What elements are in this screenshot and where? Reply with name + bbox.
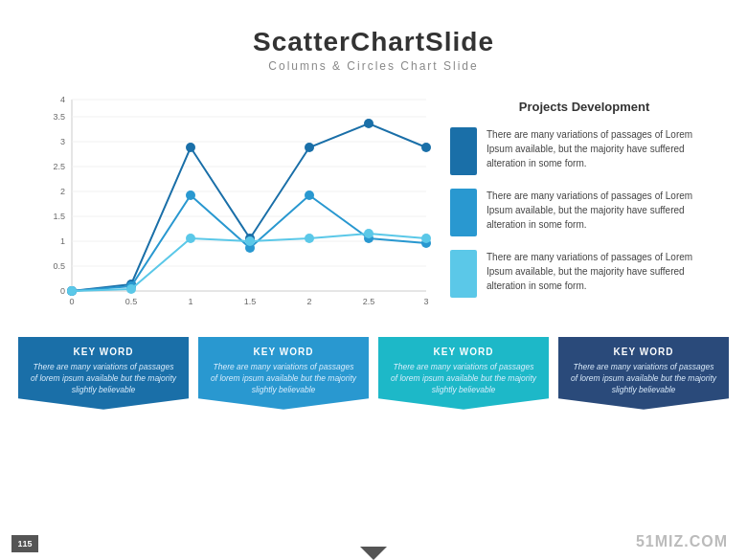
svg-text:0: 0: [60, 286, 65, 296]
svg-text:4: 4: [60, 95, 65, 104]
page-number: 115: [17, 539, 32, 549]
svg-point-44: [305, 234, 314, 243]
legend-color-2: [450, 189, 477, 236]
page-subtitle: Columns & Circles Chart Slide: [0, 59, 747, 73]
svg-point-41: [126, 284, 136, 294]
svg-text:3: 3: [423, 297, 428, 306]
svg-text:2.5: 2.5: [53, 162, 65, 171]
page-number-badge: 115: [11, 535, 38, 552]
card-2-title: KEY WORD: [210, 347, 357, 357]
svg-text:3.5: 3.5: [53, 112, 65, 122]
legend-item-3: There are many variations of passages of…: [450, 250, 718, 298]
legend-item-2: There are many variations of passages of…: [450, 189, 718, 236]
svg-text:2.5: 2.5: [363, 297, 375, 306]
svg-text:0.5: 0.5: [125, 297, 138, 306]
svg-text:2: 2: [60, 187, 65, 196]
legend-text-1: There are many variations of passages of…: [487, 127, 718, 175]
svg-text:1: 1: [188, 297, 192, 306]
card-2-text: There are many variations of passages of…: [210, 362, 357, 396]
card-1: KEY WORD There are many variations of pa…: [18, 337, 189, 410]
card-4: KEY WORD There are many variations of pa…: [558, 337, 729, 410]
svg-point-35: [186, 190, 195, 200]
svg-point-40: [67, 286, 77, 296]
page-header: ScatterChartSlide Columns & Circles Char…: [0, 0, 747, 80]
svg-point-46: [421, 234, 431, 243]
svg-text:1: 1: [60, 236, 65, 246]
legend-text-3: There are many variations of passages of…: [487, 250, 718, 298]
card-1-text: There are many variations of passages of…: [30, 362, 177, 396]
svg-text:1.5: 1.5: [244, 297, 257, 306]
svg-point-28: [186, 143, 195, 152]
card-3-text: There are many variations of passages of…: [390, 362, 537, 396]
legend-item-1: There are many variations of passages of…: [450, 127, 718, 175]
scatter-chart: 0 0.5 1 1.5 2 2.5 3 3.5 4 0 0.5 1 1.5 2 …: [29, 90, 431, 324]
card-4-text: There are many variations of passages of…: [570, 362, 717, 396]
svg-point-37: [305, 190, 314, 200]
card-4-title: KEY WORD: [570, 347, 717, 357]
page-title: ScatterChartSlide: [0, 27, 747, 57]
legend-title: Projects Development: [450, 100, 718, 114]
brand-label: 51MIZ.COM: [636, 533, 728, 550]
svg-point-32: [421, 143, 431, 152]
svg-point-45: [364, 229, 374, 238]
legend-text-2: There are many variations of passages of…: [487, 189, 718, 236]
svg-text:2: 2: [306, 297, 311, 306]
card-1-title: KEY WORD: [30, 347, 177, 357]
legend-color-1: [450, 127, 477, 175]
legend-panel: Projects Development There are many vari…: [450, 90, 718, 324]
legend-color-3: [450, 250, 477, 298]
svg-point-42: [186, 234, 195, 243]
card-3-title: KEY WORD: [390, 347, 537, 357]
footer-arrow-icon: [360, 547, 387, 560]
cards-row: KEY WORD There are many variations of pa…: [0, 337, 747, 410]
svg-text:3: 3: [60, 137, 65, 146]
card-3: KEY WORD There are many variations of pa…: [378, 337, 549, 410]
main-content: 0 0.5 1 1.5 2 2.5 3 3.5 4 0 0.5 1 1.5 2 …: [0, 80, 747, 324]
svg-point-43: [245, 236, 255, 246]
svg-text:0: 0: [69, 297, 74, 306]
svg-text:1.5: 1.5: [53, 212, 65, 221]
card-2: KEY WORD There are many variations of pa…: [198, 337, 369, 410]
svg-point-31: [364, 119, 374, 128]
svg-point-30: [305, 143, 314, 152]
svg-text:0.5: 0.5: [53, 261, 65, 271]
